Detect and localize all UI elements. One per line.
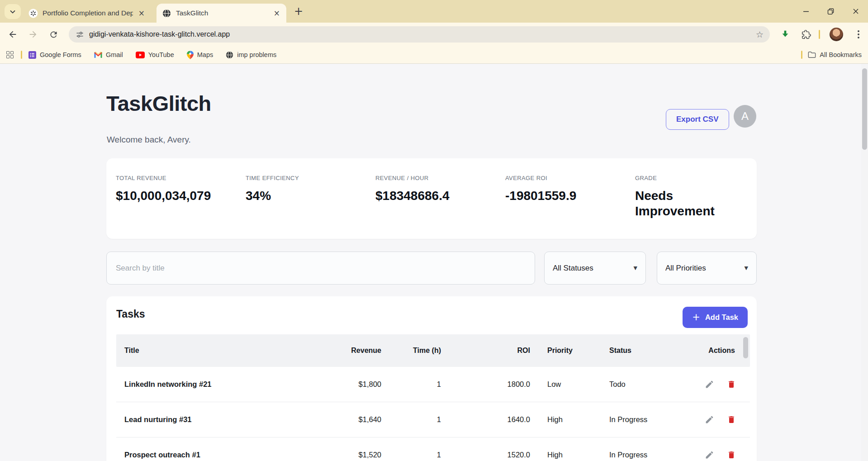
bookmark-youtube[interactable]: YouTube: [136, 51, 174, 58]
bookmarks-separator: [801, 51, 802, 59]
bookmark-label: imp problems: [237, 51, 276, 58]
bookmark-gmail[interactable]: Gmail: [94, 51, 123, 58]
delete-trash-icon[interactable]: [726, 415, 736, 425]
delete-trash-icon[interactable]: [726, 450, 736, 460]
page-scrollbar-thumb[interactable]: [862, 68, 867, 150]
stat-label: TOTAL REVENUE: [116, 175, 236, 181]
task-roi-cell: 1800.0: [441, 380, 530, 389]
stat-revenue-hour: REVENUE / HOUR$18348686.4: [366, 158, 496, 239]
task-row-lead-nurturing-31: Lead nurturing #31$1,64011640.0HighIn Pr…: [116, 402, 750, 437]
reload-button[interactable]: [48, 29, 59, 40]
bookmark-google-forms[interactable]: Google Forms: [28, 51, 81, 59]
status-filter-select[interactable]: All Statuses ▼: [544, 252, 646, 285]
stat-value: Needs Improvement: [635, 188, 753, 219]
task-title-cell: Lead nurturing #31: [116, 415, 270, 424]
apps-grid-icon[interactable]: [6, 51, 14, 58]
page-title: TaskGlitch: [106, 91, 211, 116]
table-scrollbar-thumb[interactable]: [743, 337, 748, 358]
stat-value: $18348686.4: [375, 188, 496, 204]
priority-filter-value: All Priorities: [665, 264, 706, 273]
task-priority-cell: High: [530, 415, 600, 424]
task-time-cell: 1: [381, 415, 441, 424]
all-bookmarks-button[interactable]: All Bookmarks: [808, 51, 862, 58]
forward-button[interactable]: [28, 29, 38, 40]
task-status-cell: In Progress: [600, 415, 682, 424]
column-header-title: Title: [116, 347, 270, 355]
task-time-cell: 1: [381, 380, 441, 389]
new-tab-button[interactable]: +: [294, 6, 303, 17]
task-roi-cell: 1640.0: [441, 415, 530, 424]
bookmarks-separator: [21, 51, 22, 59]
stat-value: -19801559.9: [505, 188, 626, 204]
edit-pencil-icon[interactable]: [704, 380, 714, 390]
task-priority-cell: Low: [530, 380, 600, 389]
stat-grade: GRADENeeds Improvement: [626, 158, 755, 239]
export-csv-button[interactable]: Export CSV: [666, 109, 729, 130]
url-bar[interactable]: gidigi-venkata-kishore-task-glitch.verce…: [69, 26, 770, 43]
bookmark-items: Google FormsGmailYouTubeMapsimp problems: [28, 51, 276, 59]
task-revenue-cell: $1,800: [270, 380, 381, 389]
site-settings-icon[interactable]: [76, 31, 84, 38]
welcome-text: Welcome back, Avery.: [107, 135, 191, 145]
page-viewport: TaskGlitch Welcome back, Avery. Export C…: [0, 64, 868, 461]
tab-close-icon[interactable]: ×: [137, 9, 147, 18]
restore-button[interactable]: [818, 0, 843, 23]
task-actions-cell: [682, 415, 750, 425]
page-scrollbar[interactable]: [861, 64, 868, 461]
minimize-button[interactable]: [793, 0, 818, 23]
bookmarks-bar: Google FormsGmailYouTubeMapsimp problems…: [0, 46, 868, 64]
profile-avatar[interactable]: [830, 28, 843, 41]
user-avatar[interactable]: A: [734, 105, 756, 128]
maps-icon: [187, 51, 194, 59]
stat-label: GRADE: [635, 175, 755, 181]
stat-total-revenue: TOTAL REVENUE$10,000,034,079: [106, 158, 236, 239]
plus-icon: +: [692, 313, 700, 322]
page-container: TaskGlitch Welcome back, Avery. Export C…: [106, 64, 757, 461]
column-header-revenue: Revenue: [270, 347, 381, 355]
bookmark-maps[interactable]: Maps: [187, 51, 213, 59]
search-input[interactable]: [106, 252, 535, 285]
tab-search-button[interactable]: [5, 4, 21, 19]
bookmark-label: Google Forms: [40, 51, 81, 58]
menu-icon[interactable]: [854, 29, 863, 40]
task-row-linkedin-networking-21: LinkedIn networking #21$1,80011800.0LowT…: [116, 367, 750, 402]
edit-pencil-icon[interactable]: [704, 415, 714, 425]
back-button[interactable]: [7, 29, 18, 40]
close-window-button[interactable]: [843, 0, 868, 23]
task-revenue-cell: $1,640: [270, 415, 381, 424]
edit-pencil-icon[interactable]: [704, 450, 714, 460]
tab-taskglitch[interactable]: TaskGlitch ×: [157, 4, 286, 23]
task-table: TitleRevenueTime (h)ROIPriorityStatusAct…: [116, 334, 750, 461]
status-filter-value: All Statuses: [553, 264, 593, 273]
priority-filter-select[interactable]: All Priorities ▼: [657, 252, 757, 285]
task-row-prospect-outreach-1: Prospect outreach #1$1,52011520.0HighIn …: [116, 437, 750, 461]
delete-trash-icon[interactable]: [726, 380, 736, 390]
stat-label: AVERAGE ROI: [505, 175, 626, 181]
tab-title: Portfolio Completion and Depl: [43, 9, 133, 17]
toolbar-separator: [819, 30, 820, 39]
globe-icon: [226, 51, 233, 59]
task-actions-cell: [682, 450, 750, 460]
bookmark-label: Gmail: [106, 51, 123, 58]
add-task-label: Add Task: [705, 313, 738, 322]
bookmark-label: YouTube: [148, 51, 174, 58]
chatgpt-favicon-icon: [28, 9, 38, 18]
bookmark-imp-problems[interactable]: imp problems: [226, 51, 276, 59]
download-icon[interactable]: [779, 28, 792, 41]
tab-title: TaskGlitch: [176, 9, 268, 17]
task-priority-cell: High: [530, 451, 600, 459]
bookmark-label: Maps: [197, 51, 213, 58]
add-task-button[interactable]: + Add Task: [683, 307, 748, 328]
task-actions-cell: [682, 380, 750, 390]
all-bookmarks-label: All Bookmarks: [820, 51, 862, 58]
extensions-icon[interactable]: [800, 28, 812, 41]
tab-portfolio[interactable]: Portfolio Completion and Depl ×: [23, 4, 151, 23]
bookmark-star-icon[interactable]: ☆: [756, 29, 764, 39]
chevron-down-icon: ▼: [745, 265, 748, 271]
tab-close-icon[interactable]: ×: [272, 9, 282, 18]
task-title-cell: LinkedIn networking #21: [116, 380, 270, 389]
stat-time-efficiency: TIME EFFICIENCY34%: [236, 158, 366, 239]
stat-value: $10,000,034,079: [116, 188, 236, 204]
stats-card: TOTAL REVENUE$10,000,034,079TIME EFFICIE…: [106, 158, 757, 239]
table-header-row: TitleRevenueTime (h)ROIPriorityStatusAct…: [116, 334, 750, 367]
